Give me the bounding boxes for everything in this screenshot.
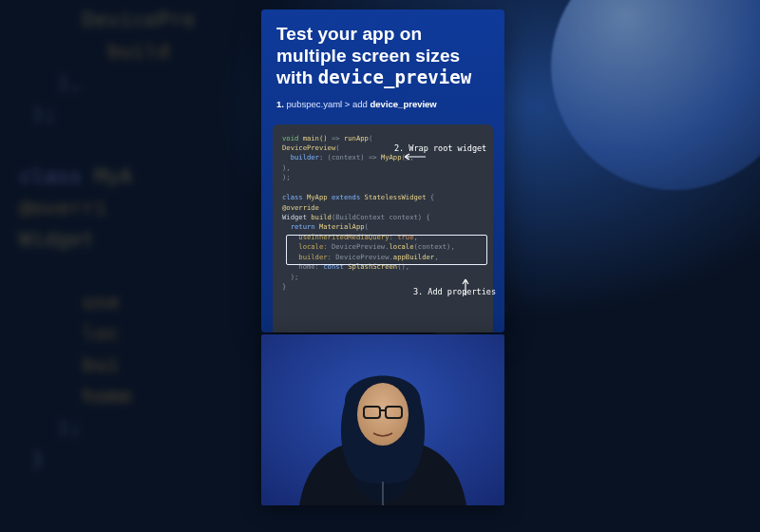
arrow-up-icon — [428, 267, 437, 286]
code-snippet-block: void main() => runApp( DevicePreview( bu… — [273, 124, 493, 332]
presenter-video — [261, 334, 504, 505]
step-2-label: 2. Wrap root widget — [394, 142, 486, 154]
video-frame: DevicePre build ), ); class MyA @overri … — [0, 0, 760, 532]
slide-title: Test your app on multiple screen sizes w… — [276, 23, 489, 89]
tutorial-slide-panel: Test your app on multiple screen sizes w… — [261, 10, 504, 332]
arrow-left-icon — [368, 143, 392, 151]
step-1-instruction: 1. pubspec.yaml > add device_preview — [276, 99, 489, 109]
step-3-label: 3. Add properties — [413, 286, 496, 297]
